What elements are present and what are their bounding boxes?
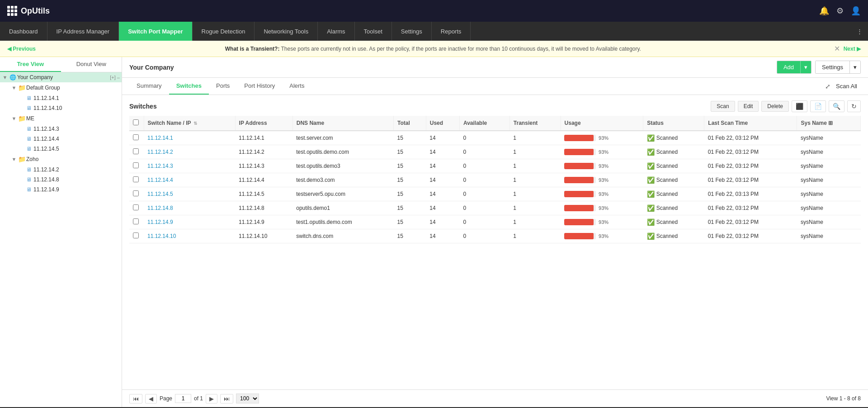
- tab-alerts[interactable]: Alerts: [282, 78, 311, 95]
- row-checkbox[interactable]: [133, 176, 139, 182]
- nav-item-toolset[interactable]: Toolset: [355, 22, 392, 41]
- usage-cell: 93%: [561, 187, 643, 201]
- per-page-select[interactable]: 100 50 25: [236, 394, 259, 403]
- banner-next-button[interactable]: Next ▶: [844, 46, 861, 52]
- switch-name-link[interactable]: 11.12.14.10: [147, 233, 176, 239]
- delete-button[interactable]: Delete: [761, 101, 789, 112]
- used-cell: 14: [426, 187, 459, 201]
- next-page-button[interactable]: ▶: [206, 394, 217, 403]
- tree-switch-11.12.14.9[interactable]: 🖥 11.12.14.9: [14, 185, 122, 195]
- switch-name-link[interactable]: 11.12.14.2: [147, 149, 173, 155]
- ip-address-cell: 11.12.14.5: [235, 187, 292, 201]
- usage-cell: 93%: [561, 229, 643, 243]
- search-icon[interactable]: 🔍: [829, 100, 844, 112]
- tree-root-item[interactable]: ▼ 🌐 Your Company [+] –: [0, 72, 122, 82]
- refresh-icon[interactable]: ↻: [847, 100, 861, 112]
- nav-more[interactable]: ⋮: [851, 22, 868, 41]
- col-switch-name[interactable]: Switch Name / IP ⇅: [144, 116, 235, 131]
- switch-name-link[interactable]: 11.12.14.5: [147, 191, 173, 197]
- tree-switch-11.12.14.5[interactable]: 🖥 11.12.14.5: [14, 144, 122, 154]
- export-csv-icon[interactable]: ⬛: [792, 100, 807, 112]
- add-dropdown-button[interactable]: ▾: [800, 61, 811, 73]
- switch-name-link[interactable]: 11.12.14.8: [147, 205, 173, 211]
- tree-me-group: ▼ 📁 ME 🖥 11.12.14.3 🖥 11.12.14.4 🖥: [0, 113, 122, 154]
- banner-description: These ports are currently not in use. As…: [281, 46, 641, 52]
- row-checkbox[interactable]: [133, 232, 139, 238]
- tree-group-default[interactable]: ▼ 📁 Default Group: [7, 82, 122, 93]
- switches-table: Switch Name / IP ⇅ IP Address DNS Name T…: [129, 116, 861, 243]
- tree-root-toggle[interactable]: ▼: [2, 75, 8, 80]
- col-available: Available: [459, 116, 509, 131]
- tree-group-zoho[interactable]: ▼ 📁 Zoho: [7, 154, 122, 165]
- table-row: 11.12.14.10 11.12.14.10 switch.dns.com 1…: [129, 229, 861, 243]
- app-logo: OpUtils: [7, 6, 50, 16]
- ip-address-cell: 11.12.14.8: [235, 201, 292, 215]
- content-tabs: Summary Switches Ports Port History Aler…: [122, 78, 868, 95]
- row-checkbox[interactable]: [133, 134, 139, 140]
- tab-ports[interactable]: Ports: [209, 78, 237, 95]
- tree-zoho-toggle[interactable]: ▼: [11, 157, 17, 162]
- sys-name-cell: sysName: [797, 215, 861, 229]
- tree-switch-11.12.14.4[interactable]: 🖥 11.12.14.4: [14, 134, 122, 144]
- nav-item-rogue-detection[interactable]: Rogue Detection: [193, 22, 255, 41]
- nav-item-switch-port-mapper[interactable]: Switch Port Mapper: [119, 22, 192, 41]
- content-area: Your Company Add ▾ Settings ▾ Summary Sw…: [122, 57, 868, 407]
- col-total: Total: [394, 116, 426, 131]
- settings-dropdown-button[interactable]: ▾: [849, 61, 860, 73]
- add-button[interactable]: Add: [777, 61, 800, 73]
- tree-switch-11.12.14.3[interactable]: 🖥 11.12.14.3: [14, 124, 122, 134]
- tab-switches[interactable]: Switches: [169, 78, 209, 95]
- last-page-button[interactable]: ⏭: [220, 394, 233, 403]
- status-label: Scanned: [656, 163, 678, 169]
- tree-switch-11.12.14.8[interactable]: 🖥 11.12.14.8: [14, 175, 122, 185]
- page-input[interactable]: [175, 394, 191, 403]
- row-checkbox[interactable]: [133, 148, 139, 154]
- tree-me-toggle[interactable]: ▼: [11, 116, 17, 121]
- tab-tree-view[interactable]: Tree View: [0, 57, 61, 72]
- row-checkbox[interactable]: [133, 162, 139, 168]
- edit-button[interactable]: Edit: [738, 101, 759, 112]
- tab-summary[interactable]: Summary: [129, 78, 169, 95]
- nav-item-settings[interactable]: Settings: [392, 22, 432, 41]
- header-actions: Add ▾ Settings ▾: [777, 61, 861, 74]
- row-checkbox[interactable]: [133, 218, 139, 224]
- nav-item-dashboard[interactable]: Dashboard: [0, 22, 47, 41]
- first-page-button[interactable]: ⏮: [129, 394, 142, 403]
- nav-item-networking-tools[interactable]: Networking Tools: [255, 22, 318, 41]
- tree-switch-11.12.14.1[interactable]: 🖥 11.12.14.1: [14, 93, 122, 103]
- scan-all-button[interactable]: Scan All: [832, 81, 861, 91]
- last-scan-cell: 01 Feb 22, 03:12 PM: [704, 229, 797, 243]
- ip-address-cell: 11.12.14.2: [235, 145, 292, 159]
- row-checkbox[interactable]: [133, 204, 139, 210]
- transient-cell: 1: [509, 145, 561, 159]
- settings-icon[interactable]: ⚙: [836, 6, 844, 16]
- export-pdf-icon[interactable]: 📄: [810, 100, 826, 112]
- nav-item-reports[interactable]: Reports: [432, 22, 471, 41]
- user-icon[interactable]: 👤: [851, 6, 861, 16]
- tree-switch-11.12.14.2[interactable]: 🖥 11.12.14.2: [14, 165, 122, 175]
- prev-page-button[interactable]: ◀: [145, 394, 157, 403]
- tree-group-toggle[interactable]: ▼: [11, 85, 17, 90]
- banner-prev-button[interactable]: ◀ Previous: [7, 46, 36, 52]
- switch-name-link[interactable]: 11.12.14.1: [147, 135, 173, 141]
- nav-item-alarms[interactable]: Alarms: [318, 22, 354, 41]
- status-label: Scanned: [656, 233, 678, 239]
- tree-group-me[interactable]: ▼ 📁 ME: [7, 113, 122, 124]
- select-all-checkbox[interactable]: [133, 119, 139, 125]
- switch-name-link[interactable]: 11.12.14.9: [147, 219, 173, 225]
- settings-button[interactable]: Settings: [816, 61, 849, 73]
- total-cell: 15: [394, 215, 426, 229]
- tree-switch-label: 11.12.14.10: [33, 105, 120, 111]
- switch-name-link[interactable]: 11.12.14.3: [147, 163, 173, 169]
- tab-port-history[interactable]: Port History: [237, 78, 282, 95]
- tree-switch-11.12.14.10[interactable]: 🖥 11.12.14.10: [14, 103, 122, 113]
- nav-item-ip-address-manager[interactable]: IP Address Manager: [47, 22, 119, 41]
- tab-donut-view[interactable]: Donut View: [61, 57, 122, 72]
- switch-name-link[interactable]: 11.12.14.4: [147, 177, 173, 183]
- notification-icon[interactable]: 🔔: [819, 6, 829, 16]
- expand-icon[interactable]: ⤢: [825, 83, 830, 90]
- available-cell: 0: [459, 173, 509, 187]
- scan-button[interactable]: Scan: [711, 101, 735, 112]
- row-checkbox[interactable]: [133, 190, 139, 196]
- banner-close-icon[interactable]: ✕: [834, 44, 840, 53]
